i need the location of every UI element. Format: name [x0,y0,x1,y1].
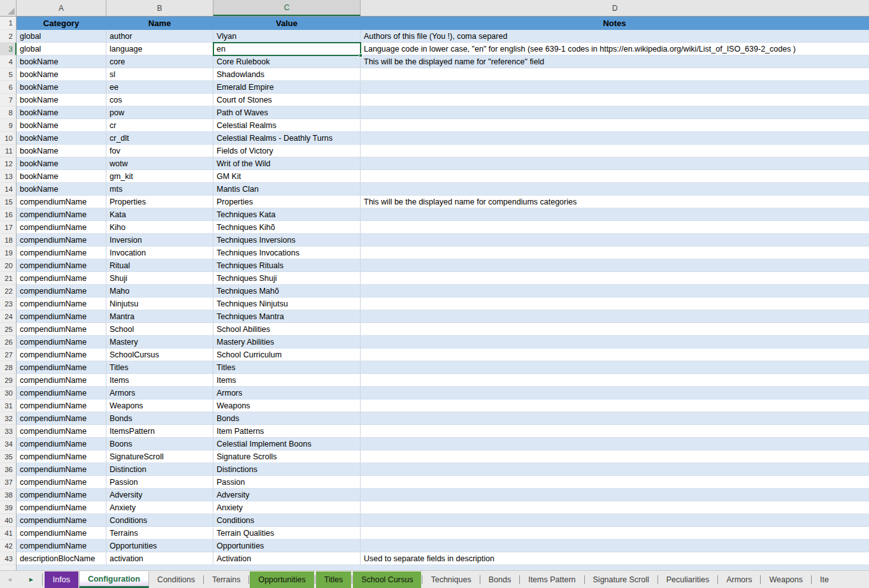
cell-B42[interactable]: Opportunities [106,540,213,552]
column-header-a[interactable]: A [17,0,106,16]
cell-A29[interactable]: compendiumName [17,374,106,387]
row-header-8[interactable]: 8 [0,106,17,119]
cell-A17[interactable]: compendiumName [17,221,106,234]
cell-B12[interactable]: wotw [106,157,213,170]
row-header-4[interactable]: 4 [0,55,17,68]
row-header-42[interactable]: 42 [0,540,17,552]
cell-D30[interactable] [361,387,869,399]
cell-A12[interactable]: bookName [17,157,106,170]
sheet-tab-conditions[interactable]: Conditions [149,571,203,588]
cell-B19[interactable]: Invocation [106,247,213,259]
row-header-37[interactable]: 37 [0,476,17,489]
cell-A15[interactable]: compendiumName [17,196,106,208]
row-header-36[interactable]: 36 [0,463,17,476]
sheet-tab-opportunities[interactable]: Opportunities [250,571,313,588]
cell-C26[interactable]: Mastery Abilities [213,336,361,348]
cell-C17[interactable]: Techniques Kihõ [213,221,361,234]
cell-B38[interactable]: Adversity [106,489,213,501]
sheet-tab-signature-scroll[interactable]: Signature Scroll [585,571,657,588]
cell-D8[interactable] [361,106,869,119]
cell-C12[interactable]: Writ of the Wild [213,157,361,170]
cell-C15[interactable]: Properties [213,196,361,208]
cell-C4[interactable]: Core Rulebook [213,55,361,68]
cell-A28[interactable]: compendiumName [17,361,106,374]
sheet-tab-configuration[interactable]: Configuration [79,571,149,588]
row-header-15[interactable]: 15 [0,196,17,208]
cell-B14[interactable]: mts [106,183,213,196]
cell-A20[interactable]: compendiumName [17,259,106,272]
cell-D20[interactable] [361,259,869,272]
cell-C31[interactable]: Weapons [213,399,361,412]
cell-B2[interactable]: author [106,30,213,43]
cell-D19[interactable] [361,247,869,259]
cell-B32[interactable]: Bonds [106,412,213,425]
row-header-25[interactable]: 25 [0,323,17,336]
cell-B5[interactable]: sl [106,68,213,81]
cell-D22[interactable] [361,285,869,298]
cell-B9[interactable]: cr [106,119,213,132]
cell-C7[interactable]: Court of Stones [213,94,361,106]
row-header-6[interactable]: 6 [0,81,17,94]
row-header-7[interactable]: 7 [0,94,17,106]
cell-A2[interactable]: global [17,30,106,43]
cell-A18[interactable]: compendiumName [17,234,106,247]
cell-A7[interactable]: bookName [17,94,106,106]
cell-A37[interactable]: compendiumName [17,476,106,489]
cell-D23[interactable] [361,298,869,310]
row-header-30[interactable]: 30 [0,387,17,399]
cell-D3[interactable]: Language code in lower case, "en" for en… [361,43,869,55]
cell-A6[interactable]: bookName [17,81,106,94]
row-header-9[interactable]: 9 [0,119,17,132]
row-header-5[interactable]: 5 [0,68,17,81]
cell-D35[interactable] [361,450,869,463]
cell-A39[interactable]: compendiumName [17,501,106,514]
cell-C34[interactable]: Celestial Implement Boons [213,438,361,450]
cell-D42[interactable] [361,540,869,552]
cell-A35[interactable]: compendiumName [17,450,106,463]
row-header-23[interactable]: 23 [0,298,17,310]
sheet-tab-ite[interactable]: Ite [812,571,837,588]
cell-A1[interactable]: Category [17,17,106,30]
cell-A16[interactable]: compendiumName [17,208,106,221]
cell-C39[interactable]: Anxiety [213,501,361,514]
cell-D15[interactable]: This will be the displayed name for comp… [361,196,869,208]
cell-B33[interactable]: ItemsPattern [106,425,213,438]
cell-B30[interactable]: Armors [106,387,213,399]
row-header-21[interactable]: 21 [0,272,17,285]
row-header-27[interactable]: 27 [0,348,17,361]
cell-D32[interactable] [361,412,869,425]
cell-B37[interactable]: Passion [106,476,213,489]
cell-D31[interactable] [361,399,869,412]
cell-A4[interactable]: bookName [17,55,106,68]
sheet-tab-peculiarities[interactable]: Peculiarities [658,571,717,588]
cell-C42[interactable]: Opportunities [213,540,361,552]
cell-B16[interactable]: Kata [106,208,213,221]
cell-D38[interactable] [361,489,869,501]
sheet-tab-techniques[interactable]: Techniques [422,571,479,588]
cell-C33[interactable]: Item Patterns [213,425,361,438]
cell-D39[interactable] [361,501,869,514]
cell-C29[interactable]: Items [213,374,361,387]
cell-D6[interactable] [361,81,869,94]
sheet-tab-school-cursus[interactable]: School Cursus [353,571,421,588]
cell-D5[interactable] [361,68,869,81]
cell-B28[interactable]: Titles [106,361,213,374]
cell-C40[interactable]: Conditions [213,514,361,527]
cell-B1[interactable]: Name [106,17,213,30]
cell-A36[interactable]: compendiumName [17,463,106,476]
cell-A23[interactable]: compendiumName [17,298,106,310]
row-header-29[interactable]: 29 [0,374,17,387]
cell-D25[interactable] [361,323,869,336]
cell-D27[interactable] [361,348,869,361]
row-header-28[interactable]: 28 [0,361,17,374]
cell-C43[interactable]: Activation [213,552,361,565]
row-header-34[interactable]: 34 [0,438,17,450]
row-header-1[interactable]: 1 [0,17,17,30]
cell-C41[interactable]: Terrain Qualities [213,527,361,540]
row-header-19[interactable]: 19 [0,247,17,259]
row-header-40[interactable]: 40 [0,514,17,527]
cell-D33[interactable] [361,425,869,438]
cell-B23[interactable]: Ninjutsu [106,298,213,310]
cell-D18[interactable] [361,234,869,247]
row-header-24[interactable]: 24 [0,310,17,323]
